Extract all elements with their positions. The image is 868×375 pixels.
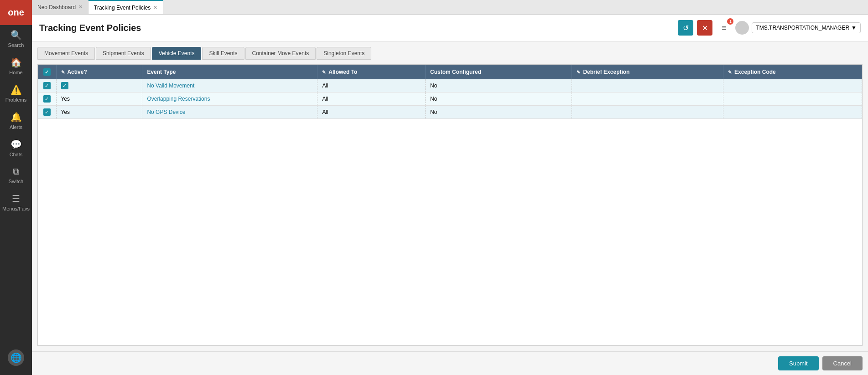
row-custom-configured-cell: No bbox=[426, 79, 572, 92]
tab-skill-events-label: Skill Events bbox=[209, 50, 237, 57]
bell-icon: 🔔 bbox=[10, 112, 22, 123]
tab-skill-events[interactable]: Skill Events bbox=[202, 47, 244, 60]
header-actions: ↺ ✕ ≡ 1 TMS.TRANSPORTATION_MANAGER ▼ bbox=[678, 20, 861, 36]
username-label: TMS.TRANSPORTATION_MANAGER bbox=[756, 25, 849, 31]
row-exception-code-cell bbox=[723, 92, 862, 106]
tab-shipment-events-label: Shipment Events bbox=[103, 50, 144, 57]
row-allowed-to-cell: All bbox=[317, 92, 426, 106]
tab-vehicle-events-label: Vehicle Events bbox=[159, 50, 195, 57]
th-custom-configured: Custom Configured bbox=[426, 65, 572, 79]
tab-container-move-label: Container Move Events bbox=[252, 50, 309, 57]
sidebar-item-chats[interactable]: 💬 Chats bbox=[0, 134, 32, 162]
sidebar-item-search[interactable]: 🔍 Search bbox=[0, 25, 32, 52]
sidebar-item-home[interactable]: 🏠 Home bbox=[0, 52, 32, 80]
row-custom-configured-cell: No bbox=[426, 92, 572, 106]
footer: Submit Cancel bbox=[32, 351, 868, 375]
refresh-button[interactable]: ↺ bbox=[678, 20, 693, 36]
hamburger-icon: ≡ bbox=[722, 23, 727, 33]
row-debrief-exception-cell bbox=[572, 79, 723, 92]
row-active-cell: Yes bbox=[56, 92, 142, 106]
th-allowed-to: ✎ Allowed To bbox=[317, 65, 426, 79]
tab-vehicle-events[interactable]: Vehicle Events bbox=[152, 47, 202, 60]
nav-tabs: Movement Events Shipment Events Vehicle … bbox=[37, 47, 863, 60]
tab-movement-events[interactable]: Movement Events bbox=[37, 47, 95, 60]
row-checkbox-2[interactable] bbox=[43, 95, 51, 103]
row-exception-code-cell bbox=[723, 79, 862, 92]
row-event-type-cell: No Valid Movement bbox=[142, 79, 317, 92]
row-event-type-cell: Overlapping Reservations bbox=[142, 92, 317, 106]
tab-singleton-events[interactable]: Singleton Events bbox=[317, 47, 371, 60]
tab-shipment-events[interactable]: Shipment Events bbox=[96, 47, 151, 60]
home-icon: 🏠 bbox=[10, 57, 22, 68]
edit-debrief-icon: ✎ bbox=[577, 70, 580, 75]
close-icon: ✕ bbox=[702, 24, 708, 32]
user-dropdown[interactable]: TMS.TRANSPORTATION_MANAGER ▼ bbox=[752, 22, 861, 33]
search-icon: 🔍 bbox=[10, 30, 22, 41]
app-logo[interactable]: one bbox=[0, 0, 32, 25]
edit-active-icon: ✎ bbox=[61, 70, 65, 75]
sidebar-item-label: Menus/Favs bbox=[2, 206, 30, 211]
tab-close-tracking[interactable]: ✕ bbox=[153, 5, 157, 10]
select-all-checkbox[interactable] bbox=[43, 68, 51, 76]
th-event-type: Event Type bbox=[142, 65, 317, 79]
row-active-cell: Yes bbox=[56, 106, 142, 119]
sidebar-item-menus[interactable]: ☰ Menus/Favs bbox=[0, 189, 32, 216]
tab-neo-dashboard[interactable]: Neo Dashboard ✕ bbox=[32, 0, 88, 14]
row-debrief-exception-cell bbox=[572, 92, 723, 106]
refresh-icon: ↺ bbox=[683, 24, 689, 32]
row-active-checkbox-1[interactable] bbox=[61, 82, 68, 89]
row-event-type-cell: No GPS Device bbox=[142, 106, 317, 119]
row-checkbox-3[interactable] bbox=[43, 108, 51, 116]
tab-singleton-label: Singleton Events bbox=[323, 50, 364, 57]
tab-movement-events-label: Movement Events bbox=[44, 50, 88, 57]
sidebar-item-label: Home bbox=[9, 70, 22, 75]
tab-close-neo[interactable]: ✕ bbox=[78, 4, 83, 10]
sidebar-item-switch[interactable]: ⧉ Switch bbox=[0, 162, 32, 189]
row-active-cell[interactable] bbox=[56, 79, 142, 92]
sidebar-item-label: Chats bbox=[10, 152, 23, 157]
menu-button[interactable]: ≡ 1 bbox=[716, 20, 732, 36]
row-checkbox-cell[interactable] bbox=[38, 92, 56, 106]
th-select-all[interactable] bbox=[38, 65, 56, 79]
row-allowed-to-cell: All bbox=[317, 79, 426, 92]
main-area: Neo Dashboard ✕ Tracking Event Policies … bbox=[32, 0, 868, 375]
switch-icon: ⧉ bbox=[13, 166, 19, 177]
dropdown-arrow-icon: ▼ bbox=[851, 25, 857, 31]
sidebar-item-problems[interactable]: ⚠️ Problems bbox=[0, 80, 32, 107]
cancel-button[interactable]: Cancel bbox=[822, 356, 863, 370]
event-type-link-2[interactable]: Overlapping Reservations bbox=[147, 96, 210, 102]
content-area: Movement Events Shipment Events Vehicle … bbox=[32, 41, 868, 351]
row-checkbox-cell[interactable] bbox=[38, 106, 56, 119]
chat-icon: 💬 bbox=[10, 139, 22, 150]
row-checkbox-1[interactable] bbox=[43, 82, 51, 89]
tab-tracking-event-policies[interactable]: Tracking Event Policies ✕ bbox=[88, 0, 163, 14]
table-container: ✎ Active? Event Type ✎ Allowed To Custom… bbox=[37, 64, 863, 346]
event-type-link-3[interactable]: No GPS Device bbox=[147, 109, 185, 115]
tab-label: Neo Dashboard bbox=[37, 4, 76, 10]
avatar bbox=[735, 21, 749, 35]
sidebar-item-label: Problems bbox=[5, 97, 26, 103]
edit-exception-icon: ✎ bbox=[728, 70, 732, 75]
warning-icon: ⚠️ bbox=[10, 84, 22, 95]
sidebar-item-label: Search bbox=[8, 42, 24, 48]
page-title: Tracking Event Policies bbox=[39, 23, 141, 33]
sidebar-item-label: Alerts bbox=[10, 124, 22, 130]
th-debrief-exception: ✎ Debrief Exception bbox=[572, 65, 723, 79]
event-type-link-1[interactable]: No Valid Movement bbox=[147, 82, 194, 89]
th-active: ✎ Active? bbox=[56, 65, 142, 79]
user-section: TMS.TRANSPORTATION_MANAGER ▼ bbox=[735, 21, 861, 35]
th-exception-code: ✎ Exception Code bbox=[723, 65, 862, 79]
page-header: Tracking Event Policies ↺ ✕ ≡ 1 TMS.TRAN… bbox=[32, 15, 868, 41]
sidebar: one 🔍 Search 🏠 Home ⚠️ Problems 🔔 Alerts… bbox=[0, 0, 32, 375]
menu-badge: 1 bbox=[727, 18, 733, 25]
tab-container-move-events[interactable]: Container Move Events bbox=[245, 47, 316, 60]
tab-bar: Neo Dashboard ✕ Tracking Event Policies … bbox=[32, 0, 868, 15]
sidebar-item-alerts[interactable]: 🔔 Alerts bbox=[0, 107, 32, 134]
menu-icon: ☰ bbox=[12, 193, 20, 204]
row-debrief-exception-cell bbox=[572, 106, 723, 119]
globe-icon[interactable]: 🌐 bbox=[8, 349, 24, 366]
row-exception-code-cell bbox=[723, 106, 862, 119]
submit-button[interactable]: Submit bbox=[778, 356, 818, 370]
row-checkbox-cell[interactable] bbox=[38, 79, 56, 92]
close-button[interactable]: ✕ bbox=[697, 20, 712, 36]
